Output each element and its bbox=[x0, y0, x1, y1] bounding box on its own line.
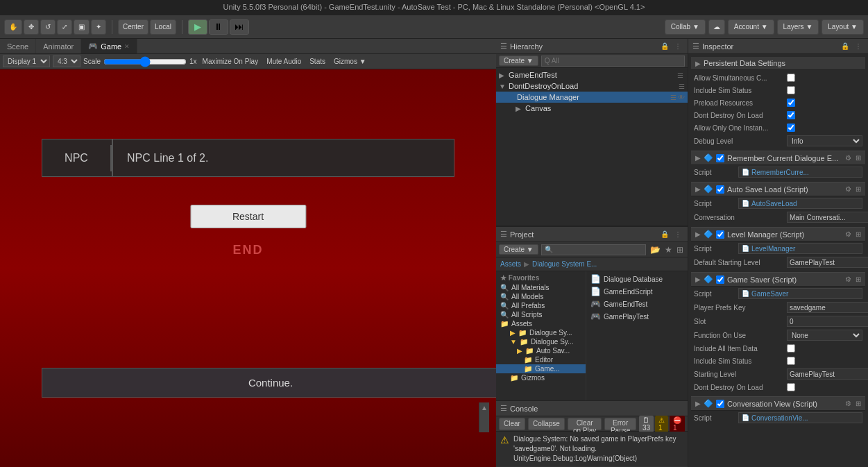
continue-btn[interactable]: Continue. bbox=[42, 368, 496, 398]
gizmos-btn[interactable]: Gizmos ▼ bbox=[331, 57, 369, 66]
prop-input-starting-level[interactable] bbox=[787, 368, 868, 380]
move-tool[interactable]: ✥ bbox=[24, 19, 39, 35]
file-gameend-script[interactable]: 📄 GameEndScript bbox=[586, 285, 688, 298]
comp-expand-autosave[interactable]: ⊞ bbox=[856, 185, 861, 193]
prop-check-preload[interactable] bbox=[787, 99, 795, 107]
hierarchy-search[interactable] bbox=[541, 56, 685, 67]
comp-gear-convview[interactable]: ⚙ bbox=[845, 400, 851, 407]
rotate-tool[interactable]: ↺ bbox=[40, 19, 56, 35]
center-btn[interactable]: Center bbox=[118, 19, 148, 35]
tree-item-dialoguemanager[interactable]: Dialogue Manager ☰ 👁 bbox=[496, 92, 688, 103]
prop-select-debug[interactable]: Info bbox=[787, 135, 862, 146]
mute-audio-btn[interactable]: Mute Audio bbox=[264, 57, 304, 66]
prop-select-func-use[interactable]: None bbox=[787, 330, 862, 341]
layout-btn[interactable]: Layout ▼ bbox=[822, 19, 864, 35]
prop-check-dont-destroy-2[interactable] bbox=[787, 383, 795, 391]
cloud-btn[interactable]: ☁ bbox=[708, 19, 725, 35]
fav-all-materials[interactable]: 🔍 All Materials bbox=[496, 283, 586, 292]
clear-btn[interactable]: Clear bbox=[499, 418, 525, 430]
comp-expand-gamesaver[interactable]: ⊞ bbox=[856, 275, 861, 283]
scale-tool[interactable]: ⤢ bbox=[57, 19, 72, 35]
project-lock-btn[interactable]: 🔒 bbox=[658, 230, 671, 239]
project-create-btn[interactable]: Create ▼ bbox=[499, 244, 538, 255]
tab-scene[interactable]: Scene bbox=[0, 39, 36, 53]
hierarchy-lock-btn[interactable]: 🔒 bbox=[658, 42, 671, 51]
file-gameplay-test[interactable]: 🎮 GamePlayTest bbox=[586, 310, 688, 323]
step-btn[interactable]: ⏭ bbox=[230, 19, 249, 35]
file-gameend-test[interactable]: 🎮 GameEndTest bbox=[586, 298, 688, 310]
tree-assets[interactable]: 📁 Assets bbox=[496, 319, 586, 328]
comp-expand-remember[interactable]: ⊞ bbox=[856, 154, 861, 162]
prop-check-sim-status[interactable] bbox=[787, 86, 795, 94]
fav-all-models[interactable]: 🔍 All Models bbox=[496, 292, 586, 301]
project-folder-icon[interactable]: 📂 bbox=[649, 244, 662, 255]
tree-arrow-ds2[interactable]: ▼ bbox=[510, 338, 517, 346]
comp-check-levelmanager[interactable] bbox=[716, 230, 724, 239]
prop-input-default-start[interactable] bbox=[787, 257, 868, 268]
tree-arrow-ds1[interactable]: ▶ bbox=[510, 329, 516, 337]
script-value-levelmanager[interactable]: 📄 LevelManager bbox=[738, 243, 862, 254]
account-btn[interactable]: Account ▼ bbox=[728, 19, 774, 35]
tree-item-dontdestroyonload[interactable]: ▼ DontDestroyOnLoad ☰ bbox=[496, 80, 688, 92]
persistent-data-header[interactable]: ▶ Persistent Data Settings bbox=[691, 57, 865, 70]
script-value-gamesaver[interactable]: 📄 GameSaver bbox=[738, 288, 862, 299]
scale-slider[interactable] bbox=[103, 56, 187, 67]
game-tab-close[interactable]: ✕ bbox=[124, 43, 130, 50]
comp-check-gamesaver[interactable] bbox=[716, 275, 724, 284]
collapse-btn[interactable]: Collapse bbox=[528, 418, 565, 430]
breadcrumb-dialogue[interactable]: Dialogue System E... bbox=[532, 260, 597, 268]
continue-scrollbar[interactable]: ▲ bbox=[479, 402, 489, 432]
tree-item-canvas[interactable]: ▶ Canvas bbox=[496, 103, 688, 114]
comp-header-levelmanager[interactable]: ▶ 🔷 Level Manager (Script) ⚙ ⊞ bbox=[691, 227, 865, 241]
project-star-icon[interactable]: ★ bbox=[663, 244, 674, 255]
display-select[interactable]: Display 1 bbox=[3, 56, 50, 67]
tree-eye-dialoguemanager[interactable]: 👁 bbox=[678, 94, 685, 101]
restart-btn[interactable]: Restart bbox=[190, 205, 306, 228]
favorites-arrow[interactable]: ★ bbox=[500, 274, 507, 282]
comp-expand-levelmanager[interactable]: ⊞ bbox=[856, 230, 861, 238]
hand-tool[interactable]: ✋ bbox=[4, 19, 22, 35]
local-btn[interactable]: Local bbox=[150, 19, 176, 35]
tree-game[interactable]: 📁 Game... bbox=[496, 364, 586, 373]
comp-header-convview[interactable]: ▶ 🔷 Conversation View (Script) ⚙ ⊞ bbox=[691, 396, 865, 411]
comp-check-convview[interactable] bbox=[716, 400, 724, 408]
tree-dialogue-sy2[interactable]: ▼ 📁 Dialogue Sy... bbox=[496, 337, 586, 346]
fav-all-scripts[interactable]: 🔍 All Scripts bbox=[496, 310, 586, 319]
comp-gear-remember[interactable]: ⚙ bbox=[845, 154, 851, 162]
rect-tool[interactable]: ▣ bbox=[74, 19, 90, 35]
project-more-btn[interactable]: ⋮ bbox=[672, 230, 683, 239]
aspect-select[interactable]: 4:3 bbox=[53, 56, 80, 67]
pause-btn[interactable]: ⏸ bbox=[209, 19, 228, 35]
hierarchy-create-btn[interactable]: Create ▼ bbox=[499, 56, 538, 66]
prop-check-sim-status-2[interactable] bbox=[787, 357, 795, 365]
tree-arrow-dontdestroyonload[interactable]: ▼ bbox=[499, 83, 507, 90]
clear-on-play-btn[interactable]: Clear on Play bbox=[568, 418, 602, 430]
tab-game[interactable]: 🎮 Game ✕ bbox=[81, 39, 137, 53]
script-value-autosave[interactable]: 📄 AutoSaveLoad bbox=[738, 198, 862, 209]
stats-btn[interactable]: Stats bbox=[307, 57, 328, 66]
tree-arrow-canvas[interactable]: ▶ bbox=[516, 105, 524, 112]
comp-gear-gamesaver[interactable]: ⚙ bbox=[845, 275, 851, 283]
prop-check-allow-sim[interactable] bbox=[787, 74, 795, 82]
prop-check-include-item[interactable] bbox=[787, 344, 795, 353]
breadcrumb-assets[interactable]: Assets bbox=[500, 260, 521, 268]
inspector-more-btn[interactable]: ⋮ bbox=[853, 42, 864, 51]
maximize-on-play-btn[interactable]: Maximize On Play bbox=[200, 57, 262, 66]
tree-settings-dialoguemanager[interactable]: ☰ bbox=[670, 94, 676, 101]
comp-gear-levelmanager[interactable]: ⚙ bbox=[845, 230, 851, 238]
error-pause-btn[interactable]: Error Pause bbox=[604, 418, 636, 430]
tree-settings-dontdestroyonload[interactable]: ☰ bbox=[679, 83, 685, 90]
comp-header-autosave[interactable]: ▶ 🔷 Auto Save Load (Script) ⚙ ⊞ bbox=[691, 182, 865, 196]
play-btn[interactable]: ▶ bbox=[188, 19, 207, 35]
tree-item-gameendtest[interactable]: ▶ GameEndTest ☰ bbox=[496, 69, 688, 80]
comp-header-gamesaver[interactable]: ▶ 🔷 Game Saver (Script) ⚙ ⊞ bbox=[691, 272, 865, 287]
script-value-remember[interactable]: 📄 RememberCurre... bbox=[738, 167, 862, 178]
tree-editor[interactable]: 📁 Editor bbox=[496, 355, 586, 364]
fav-all-prefabs[interactable]: 🔍 All Prefabs bbox=[496, 301, 586, 310]
tree-autosave[interactable]: ▶ 📁 Auto Sav... bbox=[496, 346, 586, 355]
comp-check-remember[interactable] bbox=[716, 154, 724, 162]
hierarchy-more-btn[interactable]: ⋮ bbox=[672, 42, 683, 51]
project-search[interactable] bbox=[541, 244, 646, 255]
prop-check-allow-one[interactable] bbox=[787, 124, 795, 132]
layers-btn[interactable]: Layers ▼ bbox=[777, 19, 819, 35]
